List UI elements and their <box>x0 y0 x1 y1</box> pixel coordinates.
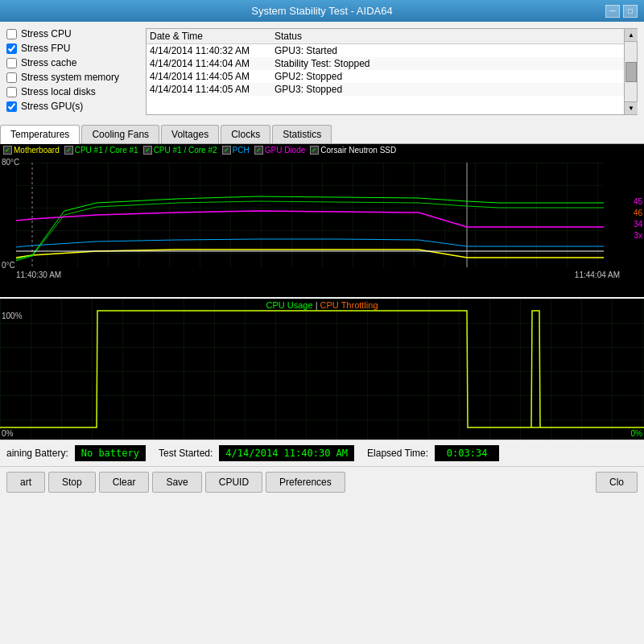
maximize-button[interactable]: □ <box>623 5 638 18</box>
legend-motherboard-label: Motherboard <box>14 146 60 155</box>
stress-disks-item: Stress local disks <box>6 86 139 97</box>
main-content-area: Stress CPU Stress FPU Stress cache Stres… <box>0 22 644 122</box>
log-date-header: Date & Time <box>150 31 275 42</box>
temp-val-46: 46 <box>634 208 642 219</box>
battery-value: No battery <box>75 445 146 461</box>
stress-cache-checkbox[interactable] <box>6 58 17 68</box>
log-panel: Date & Time Status 4/14/2014 11:40:32 AM… <box>146 28 638 115</box>
legend-gpu-diode: ✓ GPU Diode <box>254 146 306 155</box>
cpu-chart-title: CPU Usage | CPU Throttling <box>0 300 644 310</box>
cpu-usage-chart: CPU Usage | CPU Throttling 100% 0% 0% <box>0 299 644 440</box>
legend-pch-label: PCH <box>233 146 250 155</box>
legend-motherboard-check[interactable]: ✓ <box>3 146 12 155</box>
title-bar: System Stability Test - AIDA64 ─ □ <box>0 0 644 22</box>
log-date-1: 4/14/2014 11:44:04 AM <box>150 58 275 69</box>
legend-cpu-core1: ✓ CPU #1 / Core #1 <box>64 146 138 155</box>
stress-fpu-label: Stress FPU <box>21 43 70 54</box>
legend-cpu-core1-label: CPU #1 / Core #1 <box>75 146 138 155</box>
log-date-2: 4/14/2014 11:44:05 AM <box>150 71 275 82</box>
legend-cpu-core2-check[interactable]: ✓ <box>143 146 152 155</box>
temp-chart-area: 80°C 0°C 11:40:30 AM 11:44:04 AM 45 46 3… <box>0 156 644 281</box>
tab-statistics[interactable]: Statistics <box>272 125 332 143</box>
legend-corsair-ssd-check[interactable]: ✓ <box>310 146 319 155</box>
log-status-0: GPU3: Started <box>275 45 621 56</box>
start-button[interactable]: art <box>6 472 45 493</box>
tab-temperatures[interactable]: Temperatures <box>0 125 80 144</box>
log-status-2: GPU2: Stopped <box>275 71 621 82</box>
stress-disks-checkbox[interactable] <box>6 87 17 97</box>
cpu-usage-label: CPU Usage <box>266 300 313 310</box>
stress-memory-item: Stress system memory <box>6 72 139 83</box>
stress-options-panel: Stress CPU Stress FPU Stress cache Stres… <box>6 28 139 115</box>
cpu-y-min: 0% <box>2 429 13 438</box>
log-date-0: 4/14/2014 11:40:32 AM <box>150 45 275 56</box>
stress-disks-label: Stress local disks <box>21 86 96 97</box>
legend-cpu-core1-check[interactable]: ✓ <box>64 146 73 155</box>
stress-gpu-item: Stress GPU(s) <box>6 101 139 112</box>
elapsed-label: Elapsed Time: <box>367 448 428 459</box>
stress-cache-label: Stress cache <box>21 57 76 68</box>
cpu-y-max: 100% <box>2 312 23 320</box>
battery-label: aining Battery: <box>6 448 68 459</box>
temp-val-45: 45 <box>634 196 642 208</box>
legend-gpu-diode-label: GPU Diode <box>265 146 306 155</box>
cpu-right-value: 0% <box>631 429 642 438</box>
tab-clocks[interactable]: Clocks <box>221 125 270 143</box>
temp-val-34: 34 <box>634 219 642 230</box>
legend-corsair-ssd: ✓ Corsair Neutron SSD <box>310 146 396 155</box>
legend-gpu-diode-check[interactable]: ✓ <box>254 146 263 155</box>
save-button[interactable]: Save <box>152 472 201 493</box>
window-controls: ─ □ <box>605 5 638 18</box>
tab-cooling-fans[interactable]: Cooling Fans <box>81 125 159 143</box>
legend-pch: ✓ PCH <box>222 146 250 155</box>
log-status-1: Stability Test: Stopped <box>275 58 621 69</box>
tabs-section: Temperatures Cooling Fans Voltages Clock… <box>0 122 644 144</box>
stress-cpu-label: Stress CPU <box>21 28 72 39</box>
temp-val-3x: 3x <box>634 230 642 242</box>
stress-fpu-item: Stress FPU <box>6 43 139 54</box>
log-content: Date & Time Status 4/14/2014 11:40:32 AM… <box>147 29 624 114</box>
legend-cpu-core2: ✓ CPU #1 / Core #2 <box>143 146 217 155</box>
stress-gpu-label: Stress GPU(s) <box>21 101 83 112</box>
stress-cpu-checkbox[interactable] <box>6 29 17 39</box>
log-row: 4/14/2014 11:44:04 AM Stability Test: St… <box>147 57 624 70</box>
tabs-bar: Temperatures Cooling Fans Voltages Clock… <box>0 122 644 144</box>
tab-voltages[interactable]: Voltages <box>161 125 219 143</box>
log-scrollbar[interactable]: ▲ ▼ <box>624 29 637 114</box>
close-button[interactable]: Clo <box>596 472 638 493</box>
log-date-3: 4/14/2014 11:44:05 AM <box>150 84 275 95</box>
scroll-down-button[interactable]: ▼ <box>625 101 638 114</box>
legend-corsair-ssd-label: Corsair Neutron SSD <box>320 146 396 155</box>
clear-button[interactable]: Clear <box>99 472 150 493</box>
preferences-button[interactable]: Preferences <box>266 472 345 493</box>
log-row: 4/14/2014 11:44:05 AM GPU2: Stopped <box>147 70 624 83</box>
minimize-button[interactable]: ─ <box>605 5 620 18</box>
log-status-header: Status <box>275 31 621 42</box>
stress-memory-checkbox[interactable] <box>6 72 17 83</box>
temp-right-values: 45 46 34 3x <box>634 196 642 242</box>
cpu-chart-svg <box>0 299 644 440</box>
temp-y-min: 0°C <box>2 261 15 270</box>
temperature-chart: ✓ Motherboard ✓ CPU #1 / Core #1 ✓ CPU #… <box>0 144 644 297</box>
log-header: Date & Time Status <box>147 29 624 44</box>
cpu-throttling-label: CPU Throttling <box>320 300 378 310</box>
stress-cache-item: Stress cache <box>6 57 139 68</box>
legend-cpu-core2-label: CPU #1 / Core #2 <box>154 146 217 155</box>
stress-cpu-item: Stress CPU <box>6 28 139 39</box>
stop-button[interactable]: Stop <box>48 472 96 493</box>
test-started-value: 4/14/2014 11:40:30 AM <box>219 445 354 461</box>
stress-gpu-checkbox[interactable] <box>6 101 17 112</box>
stress-memory-label: Stress system memory <box>21 72 119 83</box>
log-row: 4/14/2014 11:40:32 AM GPU3: Started <box>147 44 624 57</box>
log-row: 4/14/2014 11:44:05 AM GPU3: Stopped <box>147 83 624 96</box>
status-bar: aining Battery: No battery Test Started:… <box>0 440 644 466</box>
stress-fpu-checkbox[interactable] <box>6 43 17 54</box>
scroll-thumb <box>625 62 637 82</box>
elapsed-value: 0:03:34 <box>435 445 499 461</box>
cpuid-button[interactable]: CPUID <box>205 472 262 493</box>
legend-pch-check[interactable]: ✓ <box>222 146 231 155</box>
scroll-up-button[interactable]: ▲ <box>625 29 638 42</box>
chart-legend: ✓ Motherboard ✓ CPU #1 / Core #1 ✓ CPU #… <box>0 144 644 156</box>
test-started-label: Test Started: <box>159 448 213 459</box>
log-status-3: GPU3: Stopped <box>275 84 621 95</box>
